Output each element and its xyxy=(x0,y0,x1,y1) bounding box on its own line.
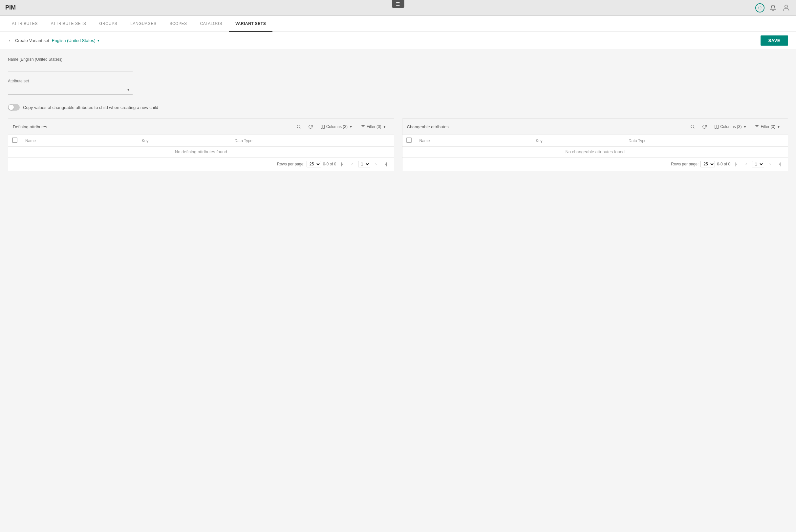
tab-variant-sets[interactable]: VARIANT SETS xyxy=(229,16,272,32)
user-avatar[interactable] xyxy=(781,3,791,13)
changeable-first-page-btn[interactable]: |‹ xyxy=(732,160,740,168)
tab-languages[interactable]: LANGUAGES xyxy=(124,16,163,32)
page-header: ← Create Variant set English (United Sta… xyxy=(0,32,796,49)
changeable-attributes-panel: Changeable attributes Columns (3) ▼ Filt… xyxy=(402,118,789,171)
svg-point-0 xyxy=(785,5,788,8)
attribute-set-field-group: Attribute set ▼ xyxy=(8,79,788,95)
name-input[interactable] xyxy=(8,64,133,72)
defining-columns-caret: ▼ xyxy=(349,125,353,129)
svg-rect-3 xyxy=(323,125,324,129)
defining-page-select[interactable]: 1 xyxy=(358,161,370,167)
defining-select-all-header xyxy=(8,135,21,147)
changeable-filter-caret: ▼ xyxy=(777,125,781,129)
svg-rect-2 xyxy=(321,125,322,129)
copy-values-toggle[interactable] xyxy=(8,104,20,111)
defining-panel-title: Defining attributes xyxy=(13,125,47,129)
attribute-set-label: Attribute set xyxy=(8,79,788,83)
tables-row: Defining attributes Columns (3) ▼ Filter… xyxy=(8,118,788,171)
defining-empty-message: No defining attributes found xyxy=(8,147,394,157)
changeable-panel-title: Changeable attributes xyxy=(407,125,449,129)
changeable-attributes-table: Name Key Data Type No changeable attribu… xyxy=(402,135,788,157)
changeable-datatype-header: Data Type xyxy=(625,135,788,147)
bell-icon[interactable] xyxy=(769,3,778,13)
changeable-refresh-icon[interactable] xyxy=(700,122,709,131)
main-content: Name (English (United States)) Attribute… xyxy=(0,49,796,532)
defining-range-label: 0-0 of 0 xyxy=(323,162,337,166)
defining-columns-button[interactable]: Columns (3) ▼ xyxy=(318,123,356,130)
changeable-empty-message: No changeable attributes found xyxy=(402,147,788,157)
changeable-search-icon[interactable] xyxy=(688,122,697,131)
language-caret-icon: ▼ xyxy=(97,39,100,42)
back-arrow-icon: ← xyxy=(8,38,13,44)
changeable-next-page-btn[interactable]: › xyxy=(766,160,774,168)
defining-select-all-checkbox[interactable] xyxy=(12,137,17,143)
top-nav: ATTRIBUTES ATTRIBUTE SETS GROUPS LANGUAG… xyxy=(0,16,796,32)
changeable-select-all-header xyxy=(402,135,416,147)
changeable-columns-caret: ▼ xyxy=(743,125,747,129)
name-field-label: Name (English (United States)) xyxy=(8,57,788,62)
changeable-columns-label: Columns (3) xyxy=(720,125,741,129)
circle-icon[interactable]: () xyxy=(755,3,764,13)
defining-search-icon[interactable] xyxy=(294,122,303,131)
defining-next-page-btn[interactable]: › xyxy=(372,160,380,168)
header-icons: () xyxy=(755,3,791,13)
changeable-rows-per-page-select[interactable]: 25 xyxy=(700,161,715,167)
changeable-range-label: 0-0 of 0 xyxy=(717,162,731,166)
defining-filter-label: Filter (0) xyxy=(367,125,381,129)
defining-attributes-panel: Defining attributes Columns (3) ▼ Filter… xyxy=(8,118,394,171)
defining-first-page-btn[interactable]: |‹ xyxy=(338,160,346,168)
defining-attributes-table: Name Key Data Type No defining attribute… xyxy=(8,135,394,157)
tab-scopes[interactable]: SCOPES xyxy=(163,16,193,32)
svg-point-1 xyxy=(297,125,300,128)
defining-datatype-header: Data Type xyxy=(231,135,394,147)
hamburger-menu[interactable]: ☰ xyxy=(392,0,404,8)
toggle-label: Copy values of changeable attributes to … xyxy=(23,105,158,110)
toggle-row: Copy values of changeable attributes to … xyxy=(8,101,788,113)
changeable-columns-button[interactable]: Columns (3) ▼ xyxy=(712,123,750,130)
defining-key-header: Key xyxy=(138,135,231,147)
defining-rows-per-page-select[interactable]: 25 xyxy=(307,161,321,167)
app-logo: PIM xyxy=(5,4,16,11)
defining-rows-per-page-label: Rows per page: xyxy=(277,162,305,166)
tab-catalogs[interactable]: CATALOGS xyxy=(193,16,229,32)
changeable-rows-per-page-label: Rows per page: xyxy=(671,162,699,166)
name-field-group: Name (English (United States)) xyxy=(8,57,788,72)
attribute-set-select[interactable]: ▼ xyxy=(8,85,133,95)
hamburger-icon: ☰ xyxy=(396,1,400,6)
tab-groups[interactable]: GROUPS xyxy=(93,16,124,32)
changeable-filter-button[interactable]: Filter (0) ▼ xyxy=(752,123,783,130)
changeable-pagination: Rows per page: 25 0-0 of 0 |‹ ‹ 1 › ›| xyxy=(402,157,788,171)
tab-attribute-sets[interactable]: ATTRIBUTE SETS xyxy=(44,16,93,32)
changeable-name-header: Name xyxy=(416,135,532,147)
defining-panel-header: Defining attributes Columns (3) ▼ Filter… xyxy=(8,119,394,135)
changeable-last-page-btn[interactable]: ›| xyxy=(776,160,784,168)
defining-pagination: Rows per page: 25 0-0 of 0 |‹ ‹ 1 › ›| xyxy=(8,157,394,171)
defining-refresh-icon[interactable] xyxy=(306,122,315,131)
tab-attributes[interactable]: ATTRIBUTES xyxy=(5,16,44,32)
toggle-knob xyxy=(8,105,14,110)
svg-point-7 xyxy=(691,125,694,128)
defining-filter-caret: ▼ xyxy=(383,125,387,129)
changeable-prev-page-btn[interactable]: ‹ xyxy=(742,160,750,168)
changeable-filter-label: Filter (0) xyxy=(761,125,775,129)
svg-rect-8 xyxy=(715,125,716,129)
defining-prev-page-btn[interactable]: ‹ xyxy=(348,160,356,168)
language-label: English (United States) xyxy=(52,38,96,43)
changeable-select-all-checkbox[interactable] xyxy=(406,137,412,143)
changeable-panel-header: Changeable attributes Columns (3) ▼ Filt… xyxy=(402,119,788,135)
defining-name-header: Name xyxy=(21,135,138,147)
defining-filter-button[interactable]: Filter (0) ▼ xyxy=(358,123,389,130)
changeable-key-header: Key xyxy=(532,135,625,147)
changeable-page-select[interactable]: 1 xyxy=(752,161,764,167)
defining-last-page-btn[interactable]: ›| xyxy=(382,160,390,168)
select-caret-icon: ▼ xyxy=(127,88,130,92)
language-selector[interactable]: English (United States) ▼ xyxy=(52,38,100,43)
back-link[interactable]: ← Create Variant set xyxy=(8,38,49,44)
svg-rect-9 xyxy=(717,125,718,129)
page-title: Create Variant set xyxy=(15,38,49,43)
save-button[interactable]: SAVE xyxy=(761,35,788,45)
defining-columns-label: Columns (3) xyxy=(326,125,348,129)
circle-icon-label: () xyxy=(758,5,762,10)
